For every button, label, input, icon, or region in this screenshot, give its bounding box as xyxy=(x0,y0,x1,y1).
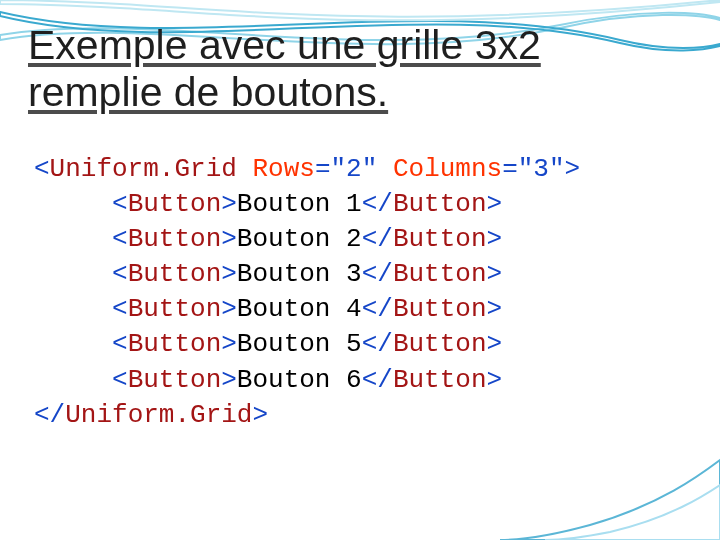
tag-button: Button xyxy=(128,189,222,219)
tag-uniformgrid-close: Uniform.Grid xyxy=(65,400,252,430)
button-label-4: Bouton 4 xyxy=(237,294,362,324)
button-label-2: Bouton 2 xyxy=(237,224,362,254)
tag-button: Button xyxy=(128,294,222,324)
slide: Exemple avec une grille 3x2 remplie de b… xyxy=(0,0,720,540)
slide-title: Exemple avec une grille 3x2 remplie de b… xyxy=(28,22,668,116)
val-rows: 2 xyxy=(346,154,362,184)
val-columns: 3 xyxy=(533,154,549,184)
button-label-3: Bouton 3 xyxy=(237,259,362,289)
button-label-6: Bouton 6 xyxy=(237,365,362,395)
tag-button: Button xyxy=(128,224,222,254)
tag-button: Button xyxy=(128,365,222,395)
button-label-5: Bouton 5 xyxy=(237,329,362,359)
tag-uniformgrid-open: Uniform.Grid xyxy=(50,154,237,184)
attr-rows: Rows xyxy=(252,154,314,184)
button-label-1: Bouton 1 xyxy=(237,189,362,219)
tag-button: Button xyxy=(128,329,222,359)
tag-button: Button xyxy=(128,259,222,289)
decorative-swoosh-bottom xyxy=(0,430,720,540)
angle-open: < xyxy=(34,154,50,184)
code-block: <Uniform.Grid Rows="2" Columns="3"> <But… xyxy=(34,152,580,433)
attr-columns: Columns xyxy=(393,154,502,184)
